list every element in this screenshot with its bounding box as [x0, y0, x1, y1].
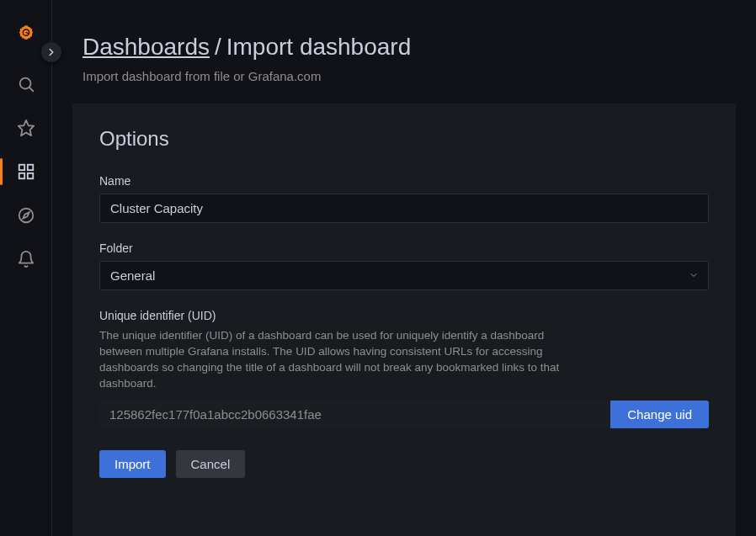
expand-sidebar-button[interactable] — [41, 42, 61, 62]
change-uid-button[interactable]: Change uid — [610, 401, 709, 428]
svg-point-8 — [19, 209, 33, 223]
svg-rect-4 — [19, 165, 24, 170]
uid-input — [99, 401, 610, 428]
name-label: Name — [99, 174, 709, 188]
page-header: Dashboards / Import dashboard Import das… — [52, 0, 756, 103]
breadcrumb-separator: / — [215, 34, 221, 61]
breadcrumb-link-dashboards[interactable]: Dashboards — [83, 34, 210, 61]
svg-line-2 — [29, 88, 33, 92]
breadcrumb: Dashboards / Import dashboard — [83, 34, 726, 61]
grafana-logo-icon[interactable] — [6, 13, 46, 54]
uid-help-text: The unique identifier (UID) of a dashboa… — [99, 328, 588, 392]
folder-select[interactable] — [99, 261, 709, 290]
folder-label: Folder — [99, 241, 709, 255]
breadcrumb-current: Import dashboard — [226, 34, 411, 61]
sidebar-item-dashboards[interactable] — [6, 151, 46, 192]
main-content: Dashboards / Import dashboard Import das… — [52, 0, 756, 536]
options-panel: Options Name Folder Unique identifier (U… — [72, 103, 736, 536]
sidebar-item-starred[interactable] — [6, 108, 46, 148]
folder-field-group: Folder — [99, 241, 709, 290]
uid-field-group: Unique identifier (UID) The unique ident… — [99, 309, 709, 428]
uid-label: Unique identifier (UID) — [99, 309, 709, 322]
form-actions: Import Cancel — [99, 450, 709, 478]
svg-rect-7 — [27, 173, 32, 178]
sidebar-item-explore[interactable] — [6, 195, 46, 236]
sidebar-item-search[interactable] — [6, 64, 46, 104]
page-subtitle: Import dashboard from file or Grafana.co… — [83, 69, 726, 83]
svg-rect-5 — [27, 165, 32, 170]
sidebar — [0, 0, 52, 536]
name-input[interactable] — [99, 194, 709, 223]
section-title: Options — [99, 127, 709, 151]
svg-marker-3 — [18, 120, 33, 135]
import-button[interactable]: Import — [99, 450, 166, 478]
sidebar-item-alerting[interactable] — [6, 239, 46, 279]
cancel-button[interactable]: Cancel — [176, 450, 246, 478]
svg-marker-9 — [23, 212, 29, 218]
svg-rect-6 — [19, 173, 24, 178]
name-field-group: Name — [99, 174, 709, 223]
